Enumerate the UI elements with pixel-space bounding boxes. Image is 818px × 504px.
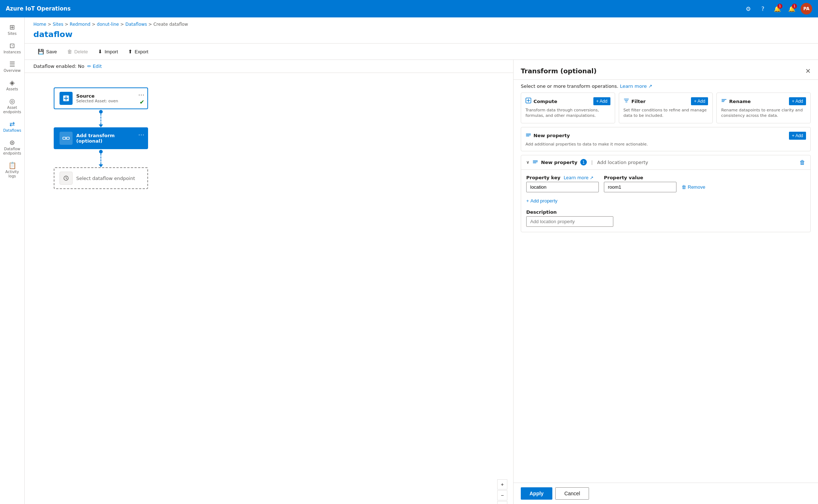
remove-button[interactable]: 🗑 Remove [682,182,705,192]
source-node-check-icon: ✔ [140,99,144,106]
transform-node-icon [60,132,73,145]
zoom-out-button[interactable]: − [497,490,507,500]
sidebar-item-overview[interactable]: ☰ Overview [0,57,24,76]
edit-label: Edit [93,63,102,69]
action-bar: Apply Cancel [514,483,818,504]
source-node-content: Source Selected Asset: oven [76,93,142,103]
flow-area: Source Selected Asset: oven ··· ✔ [54,87,148,189]
breadcrumb-home[interactable]: Home [33,22,46,27]
export-label: Export [135,49,148,54]
sidebar-item-asset-endpoints[interactable]: ◎ Asset endpoints [0,94,24,117]
description-input[interactable] [526,216,613,227]
sidebar-item-dataflows[interactable]: ⇄ Dataflows [0,117,24,136]
section-body: Property key Learn more ↗ Property value [521,170,810,232]
notifications-icon-1[interactable]: 🔔 1 [772,3,783,15]
sidebar-item-dataflow-endpoints[interactable]: ⊛ Dataflow endpoints [0,136,24,159]
source-node-subtitle: Selected Asset: oven [76,99,142,103]
property-key-group: Property key Learn more ↗ [526,175,599,192]
description-label: Description [526,209,805,215]
filter-add-button[interactable]: + Add [691,97,708,105]
transform-node-menu-icon[interactable]: ··· [138,131,144,139]
endpoint-node[interactable]: Select dataflow endpoint [54,167,148,189]
new-property-add-button[interactable]: + Add [789,132,806,140]
sidebar-item-assets[interactable]: ◈ Assets [0,76,24,94]
endpoint-node-title: Select dataflow endpoint [76,176,142,181]
export-button[interactable]: ⬆ Export [124,46,153,57]
help-icon[interactable]: ? [757,3,769,15]
sidebar-item-label-activity-logs: Activity logs [1,170,23,179]
notification-badge-2: 1 [792,4,797,9]
endpoint-node-content: Select dataflow endpoint [76,176,142,181]
panel-scroll[interactable]: Select one or more transform operations.… [514,80,818,483]
apply-button[interactable]: Apply [521,487,552,500]
connector-1 [99,109,103,127]
sidebar-item-label-dataflows: Dataflows [3,128,21,133]
add-property-plus-icon: + [526,198,529,204]
source-node-icon [60,92,73,105]
chevron-down-icon[interactable]: ∨ [526,160,529,165]
connector-arrow-2 [99,164,103,167]
compute-add-button[interactable]: + Add [593,97,610,105]
property-key-label: Property key Learn more ↗ [526,175,599,180]
rename-card[interactable]: Rename + Add Rename datapoints to ensure… [716,93,811,123]
compute-icon [525,98,531,105]
fit-button[interactable]: ⊙ [497,501,507,504]
property-learn-more-link[interactable]: Learn more ↗ [564,175,593,180]
connector-line-1 [101,114,101,124]
filter-card-header: Filter + Add [623,97,708,105]
sidebar-item-sites[interactable]: ⊞ Sites [0,20,24,39]
endpoint-node-icon [60,172,73,185]
breadcrumb: Home > Sites > Redmond > donut-line > Da… [33,22,809,27]
import-icon: ⬇ [98,49,102,54]
breadcrumb-sites[interactable]: Sites [53,22,63,27]
cancel-button[interactable]: Cancel [555,487,589,500]
property-form-row: Property key Learn more ↗ Property value [526,175,805,192]
instances-icon: ⊡ [9,42,15,49]
sidebar-item-activity-logs[interactable]: 📋 Activity logs [0,159,24,181]
settings-icon[interactable]: ⚙ [743,3,754,15]
delete-button[interactable]: 🗑 Delete [63,46,93,57]
asset-endpoints-icon: ◎ [9,97,15,105]
property-value-label: Property value [604,175,676,180]
transform-node-title: Add transform (optional) [76,133,142,144]
edit-link[interactable]: ✏ Edit [87,63,102,69]
rename-card-header: Rename + Add [721,97,806,105]
rename-add-button[interactable]: + Add [789,97,806,105]
sidebar-item-instances[interactable]: ⊡ Instances [0,39,24,57]
transform-node[interactable]: Add transform (optional) ··· [54,127,148,149]
save-button[interactable]: 💾 Save [33,46,61,57]
expanded-section: ∨ New property 1 | Add location property… [521,155,811,232]
avatar[interactable]: PA [801,3,812,15]
notifications-icon-2[interactable]: 🔔 1 [786,3,798,15]
compute-title: Compute [533,99,557,104]
breadcrumb-redmond[interactable]: Redmond [70,22,90,27]
panel-close-button[interactable]: ✕ [805,67,811,75]
svg-rect-2 [66,137,69,139]
property-key-input[interactable] [526,182,599,192]
breadcrumb-donut-line[interactable]: donut-line [97,22,119,27]
rename-desc: Rename datapoints to ensure clarity and … [721,107,806,119]
filter-icon [623,98,629,105]
property-value-input[interactable] [604,182,676,192]
notification-badge-1: 1 [777,4,782,9]
edit-pencil-icon: ✏ [87,63,91,69]
add-property-link[interactable]: + Add property [526,197,557,205]
source-node-menu-icon[interactable]: ··· [138,91,144,99]
top-nav: Azure IoT Operations ⚙ ? 🔔 1 🔔 1 PA [0,0,818,17]
breadcrumb-dataflows[interactable]: Dataflows [125,22,147,27]
import-button[interactable]: ⬇ Import [94,46,122,57]
filter-card[interactable]: Filter + Add Set filter conditions to re… [619,93,713,123]
learn-more-link-top[interactable]: Learn more ↗ [620,83,652,89]
filter-desc: Set filter conditions to refine and mana… [623,107,708,119]
add-property-label: Add property [531,198,557,204]
zoom-in-button[interactable]: + [497,479,507,489]
save-label: Save [46,49,57,54]
compute-desc: Transform data through conversions, form… [525,107,610,119]
property-value-group: Property value [604,175,676,192]
panel-header: Transform (optional) ✕ [514,60,818,80]
compute-card[interactable]: Compute + Add Transform data through con… [521,93,615,123]
source-node[interactable]: Source Selected Asset: oven ··· ✔ [54,87,148,109]
section-delete-icon[interactable]: 🗑 [799,159,805,166]
canvas[interactable]: Dataflow enabled: No ✏ Edit [25,60,513,504]
compute-card-header: Compute + Add [525,97,610,105]
